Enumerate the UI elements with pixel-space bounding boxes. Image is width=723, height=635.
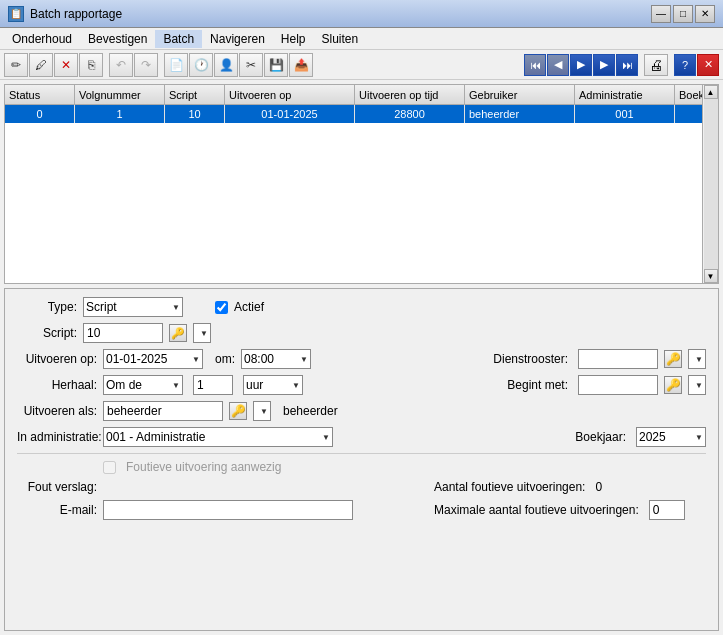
edit-button[interactable]: 🖊 xyxy=(29,53,53,77)
copy-button[interactable]: ⎘ xyxy=(79,53,103,77)
script-dropdown-wrap xyxy=(193,323,211,343)
boekjaar-select[interactable]: 2025 2024 xyxy=(636,427,706,447)
in-administratie-label: In administratie: xyxy=(17,430,97,444)
boekjaar-wrap: 2025 2024 xyxy=(636,427,706,447)
herhaal-label: Herhaal: xyxy=(17,378,97,392)
table-header: Status Volgnummer Script Uitvoeren op Ui… xyxy=(5,85,718,105)
foutieve-checkbox xyxy=(103,461,116,474)
scissors-button[interactable]: ✂ xyxy=(239,53,263,77)
col-status: Status xyxy=(5,85,75,104)
dienstrooster-input[interactable] xyxy=(578,349,658,369)
nav-last-button[interactable]: ⏭ xyxy=(616,54,638,76)
email-input[interactable] xyxy=(103,500,353,520)
form-row-foutieve: Foutieve uitvoering aanwezig xyxy=(17,460,706,474)
begint-met-lookup-button[interactable]: 🔑 xyxy=(664,376,682,394)
uitvoeren-als-display: beheerder xyxy=(283,404,338,418)
save-button[interactable]: 💾 xyxy=(264,53,288,77)
scroll-track[interactable] xyxy=(704,99,718,269)
col-gebruiker: Gebruiker xyxy=(465,85,575,104)
user-button[interactable]: 👤 xyxy=(214,53,238,77)
begint-met-input[interactable] xyxy=(578,375,658,395)
help-button[interactable]: ? xyxy=(674,54,696,76)
schedule-button[interactable]: 🕐 xyxy=(189,53,213,77)
form-row-bottom: Fout verslag: E-mail: Aantal foutieve ui… xyxy=(17,480,706,526)
col-administratie: Administratie xyxy=(575,85,675,104)
form-divider xyxy=(17,453,706,454)
uitvoeren-als-input[interactable] xyxy=(103,401,223,421)
menu-bar: Onderhoud Bevestigen Batch Navigeren Hel… xyxy=(0,28,723,50)
boekjaar-label: Boekjaar: xyxy=(575,430,626,444)
scroll-down-arrow[interactable]: ▼ xyxy=(704,269,718,283)
herhaal-number-input[interactable] xyxy=(193,375,233,395)
menu-batch[interactable]: Batch xyxy=(155,30,202,48)
menu-navigeren[interactable]: Navigeren xyxy=(202,30,273,48)
key-icon-3: 🔑 xyxy=(666,378,681,392)
begint-met-label: Begint met: xyxy=(507,378,568,392)
menu-bevestigen[interactable]: Bevestigen xyxy=(80,30,155,48)
om-label: om: xyxy=(215,352,235,366)
vertical-scrollbar[interactable]: ▲ ▼ xyxy=(702,85,718,283)
uitvoeren-op-select[interactable]: 01-01-2025 xyxy=(103,349,203,369)
maximize-button[interactable]: □ xyxy=(673,5,693,23)
dienstrooster-dropdown[interactable] xyxy=(688,349,706,369)
script-dropdown[interactable] xyxy=(193,323,211,343)
table-row[interactable]: 0 1 10 01-01-2025 28800 beheerder 001 20… xyxy=(5,105,718,123)
herhaal-select[interactable]: Om de xyxy=(103,375,183,395)
uitvoeren-als-lookup-button[interactable]: 🔑 xyxy=(229,402,247,420)
toolbar: ✏ 🖊 ✕ ⎘ ↶ ↷ 📄 🕐 👤 ✂ 💾 📤 ⏮ ◀ ▶ ▶ ⏭ 🖨 ? ✕ xyxy=(0,50,723,80)
stop-button[interactable]: ✕ xyxy=(697,54,719,76)
actief-checkbox[interactable] xyxy=(215,301,228,314)
nav-first-button[interactable]: ⏮ xyxy=(524,54,546,76)
form-left-col: Fout verslag: E-mail: xyxy=(17,480,426,526)
uitvoeren-op-label: Uitvoeren op: xyxy=(17,352,97,366)
uitvoeren-als-dropdown[interactable] xyxy=(253,401,271,421)
in-administratie-select[interactable]: 001 - Administratie xyxy=(103,427,333,447)
key-icon: 🔑 xyxy=(171,327,185,340)
fout-verslag-label: Fout verslag: xyxy=(17,480,97,494)
form-row-maximale: Maximale aantal foutieve uitvoeringen: xyxy=(434,500,706,520)
script-input[interactable] xyxy=(83,323,163,343)
print-button[interactable]: 🖨 xyxy=(644,54,668,76)
close-button[interactable]: ✕ xyxy=(695,5,715,23)
actief-label: Actief xyxy=(234,300,264,314)
in-administratie-wrap: 001 - Administratie xyxy=(103,427,333,447)
title-bar: 📋 Batch rapportage — □ ✕ xyxy=(0,0,723,28)
nav-play-button[interactable]: ▶ xyxy=(570,54,592,76)
menu-onderhoud[interactable]: Onderhoud xyxy=(4,30,80,48)
herhaal-unit-select[interactable]: uur xyxy=(243,375,303,395)
cell-administratie: 001 xyxy=(575,105,675,123)
foutieve-label: Foutieve uitvoering aanwezig xyxy=(126,460,281,474)
window-title: Batch rapportage xyxy=(30,7,645,21)
dienstrooster-lookup-button[interactable]: 🔑 xyxy=(664,350,682,368)
cell-uitvoeren-op: 01-01-2025 xyxy=(225,105,355,123)
om-wrap: 08:00 xyxy=(241,349,311,369)
new-button[interactable]: ✏ xyxy=(4,53,28,77)
menu-sluiten[interactable]: Sluiten xyxy=(314,30,367,48)
window-controls: — □ ✕ xyxy=(651,5,715,23)
script-lookup-button[interactable]: 🔑 xyxy=(169,324,187,342)
form-row-script: Script: 🔑 xyxy=(17,323,706,343)
menu-help[interactable]: Help xyxy=(273,30,314,48)
email-label: E-mail: xyxy=(17,503,97,517)
dienstrooster-label: Dienstrooster: xyxy=(493,352,568,366)
export-button[interactable]: 📤 xyxy=(289,53,313,77)
minimize-button[interactable]: — xyxy=(651,5,671,23)
uitvoeren-als-label: Uitvoeren als: xyxy=(17,404,97,418)
print-preview-button[interactable]: 📄 xyxy=(164,53,188,77)
delete-button[interactable]: ✕ xyxy=(54,53,78,77)
script-label: Script: xyxy=(17,326,77,340)
form-row-aantal: Aantal foutieve uitvoeringen: 0 xyxy=(434,480,706,494)
undo-button[interactable]: ↶ xyxy=(109,53,133,77)
om-select[interactable]: 08:00 xyxy=(241,349,311,369)
nav-next-button[interactable]: ▶ xyxy=(593,54,615,76)
maximale-input[interactable] xyxy=(649,500,685,520)
redo-button[interactable]: ↷ xyxy=(134,53,158,77)
begint-met-dropdown[interactable] xyxy=(688,375,706,395)
scroll-up-arrow[interactable]: ▲ xyxy=(704,85,718,99)
col-uitvoeren-op-tijd: Uitvoeren op tijd xyxy=(355,85,465,104)
form-row-fout-verslag: Fout verslag: xyxy=(17,480,426,494)
form-row-herhaal: Herhaal: Om de uur Begint met: 🔑 xyxy=(17,375,706,395)
nav-prev-button[interactable]: ◀ xyxy=(547,54,569,76)
form-row-type: Type: Script Actief xyxy=(17,297,706,317)
type-select[interactable]: Script xyxy=(83,297,183,317)
